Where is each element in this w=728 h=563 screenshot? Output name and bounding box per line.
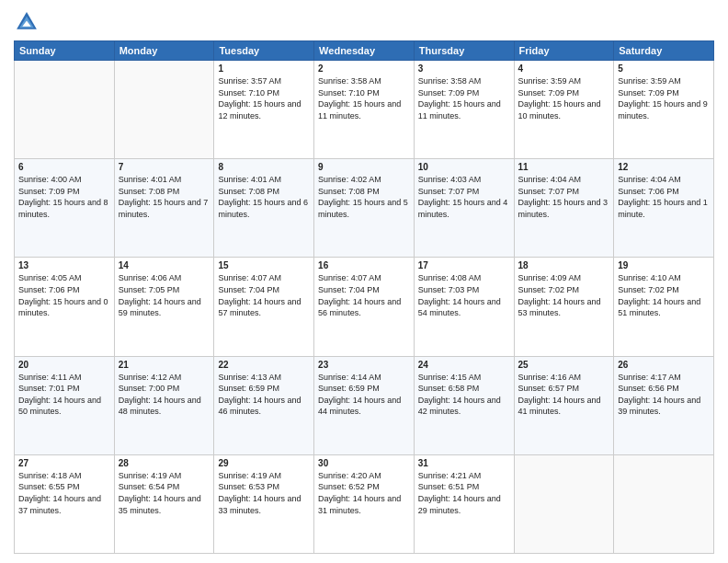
- day-info: Sunrise: 4:13 AM Sunset: 6:59 PM Dayligh…: [218, 372, 310, 418]
- calendar-week-3: 13Sunrise: 4:05 AM Sunset: 7:06 PM Dayli…: [15, 258, 714, 356]
- day-number: 6: [18, 162, 110, 172]
- calendar-cell-3-1: 13Sunrise: 4:05 AM Sunset: 7:06 PM Dayli…: [15, 258, 115, 356]
- day-info: Sunrise: 4:15 AM Sunset: 6:58 PM Dayligh…: [418, 372, 510, 418]
- calendar-cell-1-4: 2Sunrise: 3:58 AM Sunset: 7:10 PM Daylig…: [314, 61, 415, 159]
- calendar-cell-3-2: 14Sunrise: 4:06 AM Sunset: 7:05 PM Dayli…: [114, 258, 214, 356]
- day-number: 11: [518, 162, 610, 172]
- calendar-cell-3-3: 15Sunrise: 4:07 AM Sunset: 7:04 PM Dayli…: [214, 258, 314, 356]
- day-info: Sunrise: 4:11 AM Sunset: 7:01 PM Dayligh…: [18, 372, 110, 418]
- day-info: Sunrise: 4:00 AM Sunset: 7:09 PM Dayligh…: [18, 174, 110, 220]
- day-number: 2: [318, 63, 410, 74]
- day-number: 13: [18, 260, 110, 270]
- calendar-cell-3-5: 17Sunrise: 4:08 AM Sunset: 7:03 PM Dayli…: [414, 258, 514, 356]
- day-info: Sunrise: 4:19 AM Sunset: 6:54 PM Dayligh…: [119, 470, 210, 516]
- calendar-cell-4-3: 22Sunrise: 4:13 AM Sunset: 6:59 PM Dayli…: [214, 356, 314, 454]
- day-info: Sunrise: 4:01 AM Sunset: 7:08 PM Dayligh…: [218, 174, 310, 220]
- day-number: 9: [318, 162, 410, 172]
- day-info: Sunrise: 4:08 AM Sunset: 7:03 PM Dayligh…: [418, 272, 510, 318]
- calendar-week-5: 27Sunrise: 4:18 AM Sunset: 6:55 PM Dayli…: [15, 454, 714, 553]
- day-info: Sunrise: 4:07 AM Sunset: 7:04 PM Dayligh…: [318, 272, 410, 318]
- day-info: Sunrise: 3:58 AM Sunset: 7:10 PM Dayligh…: [318, 75, 410, 121]
- day-info: Sunrise: 3:59 AM Sunset: 7:09 PM Dayligh…: [618, 75, 710, 121]
- calendar-cell-3-4: 16Sunrise: 4:07 AM Sunset: 7:04 PM Dayli…: [314, 258, 415, 356]
- calendar-cell-2-5: 10Sunrise: 4:03 AM Sunset: 7:07 PM Dayli…: [414, 159, 514, 258]
- day-info: Sunrise: 3:58 AM Sunset: 7:09 PM Dayligh…: [418, 75, 510, 121]
- calendar-cell-5-3: 29Sunrise: 4:19 AM Sunset: 6:53 PM Dayli…: [214, 454, 314, 553]
- day-info: Sunrise: 4:12 AM Sunset: 7:00 PM Dayligh…: [119, 372, 210, 418]
- calendar-cell-2-7: 12Sunrise: 4:04 AM Sunset: 7:06 PM Dayli…: [614, 159, 714, 258]
- day-number: 31: [418, 458, 510, 468]
- calendar-header-thursday: Thursday: [414, 41, 514, 61]
- calendar-cell-5-5: 31Sunrise: 4:21 AM Sunset: 6:51 PM Dayli…: [414, 454, 514, 553]
- day-number: 10: [418, 162, 510, 172]
- calendar-cell-2-6: 11Sunrise: 4:04 AM Sunset: 7:07 PM Dayli…: [514, 159, 614, 258]
- day-info: Sunrise: 4:04 AM Sunset: 7:06 PM Dayligh…: [618, 174, 710, 220]
- calendar-cell-4-4: 23Sunrise: 4:14 AM Sunset: 6:59 PM Dayli…: [314, 356, 415, 454]
- calendar-header-tuesday: Tuesday: [214, 41, 314, 61]
- day-number: 27: [18, 458, 110, 468]
- header: [14, 9, 714, 35]
- day-info: Sunrise: 4:06 AM Sunset: 7:05 PM Dayligh…: [119, 272, 210, 318]
- calendar-cell-1-6: 4Sunrise: 3:59 AM Sunset: 7:09 PM Daylig…: [514, 61, 614, 159]
- day-number: 24: [418, 360, 510, 370]
- calendar-cell-3-6: 18Sunrise: 4:09 AM Sunset: 7:02 PM Dayli…: [514, 258, 614, 356]
- day-info: Sunrise: 4:14 AM Sunset: 6:59 PM Dayligh…: [318, 372, 410, 418]
- day-info: Sunrise: 4:03 AM Sunset: 7:07 PM Dayligh…: [418, 174, 510, 220]
- day-info: Sunrise: 4:19 AM Sunset: 6:53 PM Dayligh…: [218, 470, 310, 516]
- day-number: 1: [218, 63, 310, 74]
- day-number: 18: [518, 260, 610, 270]
- day-info: Sunrise: 4:10 AM Sunset: 7:02 PM Dayligh…: [618, 272, 710, 318]
- day-number: 14: [119, 260, 210, 270]
- calendar-cell-4-1: 20Sunrise: 4:11 AM Sunset: 7:01 PM Dayli…: [15, 356, 115, 454]
- calendar-week-2: 6Sunrise: 4:00 AM Sunset: 7:09 PM Daylig…: [15, 159, 714, 258]
- day-number: 8: [218, 162, 310, 172]
- day-number: 3: [418, 63, 510, 74]
- calendar-cell-4-5: 24Sunrise: 4:15 AM Sunset: 6:58 PM Dayli…: [414, 356, 514, 454]
- day-number: 16: [318, 260, 410, 270]
- day-number: 7: [119, 162, 210, 172]
- calendar-cell-2-2: 7Sunrise: 4:01 AM Sunset: 7:08 PM Daylig…: [114, 159, 214, 258]
- day-number: 17: [418, 260, 510, 270]
- calendar-header-monday: Monday: [114, 41, 214, 61]
- calendar-header-sunday: Sunday: [15, 41, 115, 61]
- day-info: Sunrise: 4:02 AM Sunset: 7:08 PM Dayligh…: [318, 174, 410, 220]
- calendar-cell-1-7: 5Sunrise: 3:59 AM Sunset: 7:09 PM Daylig…: [614, 61, 714, 159]
- day-info: Sunrise: 4:09 AM Sunset: 7:02 PM Dayligh…: [518, 272, 610, 318]
- calendar-cell-2-3: 8Sunrise: 4:01 AM Sunset: 7:08 PM Daylig…: [214, 159, 314, 258]
- calendar-cell-5-6: [514, 454, 614, 553]
- day-info: Sunrise: 4:01 AM Sunset: 7:08 PM Dayligh…: [119, 174, 210, 220]
- day-number: 25: [518, 360, 610, 370]
- calendar-cell-4-6: 25Sunrise: 4:16 AM Sunset: 6:57 PM Dayli…: [514, 356, 614, 454]
- logo-icon: [14, 9, 40, 35]
- day-info: Sunrise: 4:05 AM Sunset: 7:06 PM Dayligh…: [18, 272, 110, 318]
- day-number: 12: [618, 162, 710, 172]
- calendar-header-saturday: Saturday: [614, 41, 714, 61]
- day-info: Sunrise: 4:18 AM Sunset: 6:55 PM Dayligh…: [18, 470, 110, 516]
- calendar-cell-5-7: [614, 454, 714, 553]
- calendar-week-4: 20Sunrise: 4:11 AM Sunset: 7:01 PM Dayli…: [15, 356, 714, 454]
- calendar-cell-1-2: [114, 61, 214, 159]
- calendar-cell-2-4: 9Sunrise: 4:02 AM Sunset: 7:08 PM Daylig…: [314, 159, 415, 258]
- calendar-header-wednesday: Wednesday: [314, 41, 415, 61]
- calendar-header-row: SundayMondayTuesdayWednesdayThursdayFrid…: [15, 41, 714, 61]
- day-number: 26: [618, 360, 710, 370]
- calendar-cell-2-1: 6Sunrise: 4:00 AM Sunset: 7:09 PM Daylig…: [15, 159, 115, 258]
- day-number: 20: [18, 360, 110, 370]
- calendar-cell-1-3: 1Sunrise: 3:57 AM Sunset: 7:10 PM Daylig…: [214, 61, 314, 159]
- calendar-cell-5-2: 28Sunrise: 4:19 AM Sunset: 6:54 PM Dayli…: [114, 454, 214, 553]
- calendar-cell-5-1: 27Sunrise: 4:18 AM Sunset: 6:55 PM Dayli…: [15, 454, 115, 553]
- calendar-table: SundayMondayTuesdayWednesdayThursdayFrid…: [14, 40, 714, 554]
- day-number: 30: [318, 458, 410, 468]
- day-info: Sunrise: 3:59 AM Sunset: 7:09 PM Dayligh…: [518, 75, 610, 121]
- calendar-header-friday: Friday: [514, 41, 614, 61]
- day-info: Sunrise: 4:20 AM Sunset: 6:52 PM Dayligh…: [318, 470, 410, 516]
- calendar-cell-1-1: [15, 61, 115, 159]
- day-info: Sunrise: 4:04 AM Sunset: 7:07 PM Dayligh…: [518, 174, 610, 220]
- calendar-cell-4-7: 26Sunrise: 4:17 AM Sunset: 6:56 PM Dayli…: [614, 356, 714, 454]
- day-number: 19: [618, 260, 710, 270]
- day-number: 22: [218, 360, 310, 370]
- day-number: 4: [518, 63, 610, 74]
- day-info: Sunrise: 4:16 AM Sunset: 6:57 PM Dayligh…: [518, 372, 610, 418]
- day-number: 23: [318, 360, 410, 370]
- page: SundayMondayTuesdayWednesdayThursdayFrid…: [0, 0, 728, 563]
